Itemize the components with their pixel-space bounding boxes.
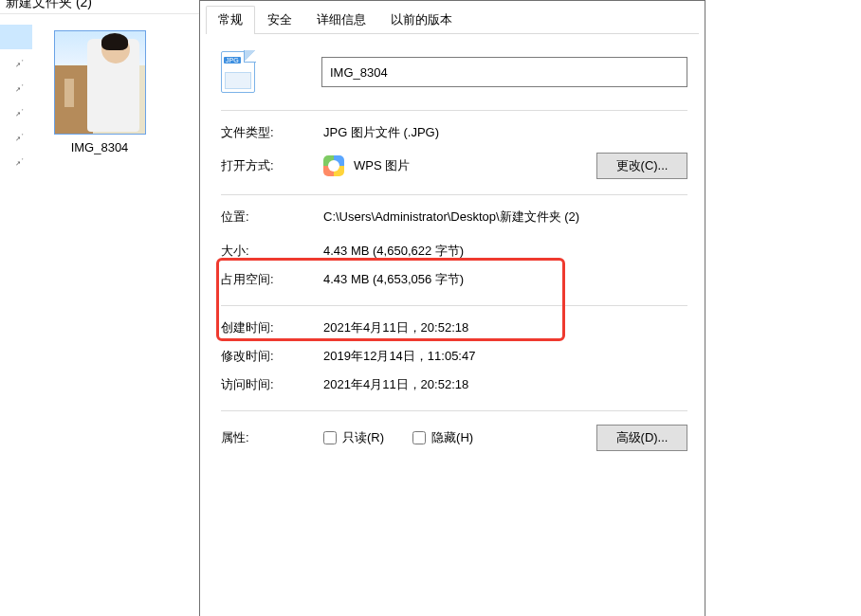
checkbox-readonly-input[interactable]	[323, 431, 337, 444]
label-accessed: 访问时间:	[221, 376, 323, 393]
thumbnail-label: IMG_8304	[47, 140, 152, 154]
label-attributes: 属性:	[221, 429, 323, 446]
pin-icon	[13, 81, 25, 92]
change-app-button[interactable]: 更改(C)...	[596, 153, 687, 179]
checkbox-hidden[interactable]: 隐藏(H)	[412, 429, 473, 446]
value-location: C:\Users\Administrator\Desktop\新建文件夹 (2)	[323, 208, 579, 226]
value-size: 4.43 MB (4,650,622 字节)	[323, 243, 464, 260]
quick-access-pin[interactable]	[0, 25, 32, 49]
checkbox-hidden-label: 隐藏(H)	[431, 429, 473, 446]
quick-access-pin[interactable]	[0, 74, 32, 99]
tab-general[interactable]: 常规	[206, 6, 255, 34]
tab-security[interactable]: 安全	[255, 6, 304, 34]
value-open-with: WPS 图片	[354, 157, 596, 174]
divider	[221, 110, 687, 111]
label-size-on-disk: 占用空间:	[221, 271, 323, 288]
app-icon	[323, 155, 344, 176]
tab-panel-general: JPG 文件类型: JPG 图片文件 (.JPG) 打开方式: WPS 图片 更…	[200, 34, 705, 451]
divider	[221, 410, 687, 411]
pin-icon	[13, 130, 25, 141]
file-type-icon: JPG	[221, 51, 255, 93]
quick-access-pin[interactable]	[0, 123, 32, 148]
properties-dialog: 常规 安全 详细信息 以前的版本 JPG 文件类型: JPG 图片文件 (.JP…	[199, 0, 705, 616]
advanced-button[interactable]: 高级(D)...	[596, 425, 687, 451]
value-accessed: 2021年4月11日，20:52:18	[323, 376, 468, 393]
value-file-type: JPG 图片文件 (.JPG)	[323, 124, 439, 141]
divider	[221, 194, 687, 195]
value-size-on-disk: 4.43 MB (4,653,056 字节)	[323, 271, 464, 288]
checkbox-hidden-input[interactable]	[412, 431, 426, 444]
quick-access-pin[interactable]	[0, 49, 32, 74]
quick-access-pin[interactable]	[0, 148, 32, 172]
label-location: 位置:	[221, 208, 323, 226]
label-created: 创建时间:	[221, 319, 323, 336]
pin-icon	[13, 105, 25, 117]
file-thumbnail[interactable]: IMG_8304	[47, 30, 152, 154]
label-size: 大小:	[221, 243, 323, 260]
label-modified: 修改时间:	[221, 348, 323, 365]
quick-access-pin[interactable]	[0, 99, 32, 123]
value-created: 2021年4月11日，20:52:18	[323, 319, 468, 336]
divider	[0, 13, 199, 14]
tab-bar: 常规 安全 详细信息 以前的版本	[206, 5, 699, 34]
tab-previous-versions[interactable]: 以前的版本	[378, 6, 465, 34]
checkbox-readonly-label: 只读(R)	[342, 429, 384, 446]
checkbox-readonly[interactable]: 只读(R)	[323, 429, 384, 446]
pin-icon	[13, 154, 25, 166]
filename-input[interactable]	[321, 57, 687, 87]
value-modified: 2019年12月14日，11:05:47	[323, 348, 475, 365]
quick-access-pins	[0, 25, 32, 172]
label-file-type: 文件类型:	[221, 124, 323, 141]
label-open-with: 打开方式:	[221, 157, 323, 174]
tab-details[interactable]: 详细信息	[304, 6, 378, 34]
thumbnail-image	[54, 30, 146, 135]
folder-title: 新建文件夹 (2)	[6, 0, 92, 11]
divider	[221, 305, 687, 306]
pin-icon	[13, 56, 25, 67]
